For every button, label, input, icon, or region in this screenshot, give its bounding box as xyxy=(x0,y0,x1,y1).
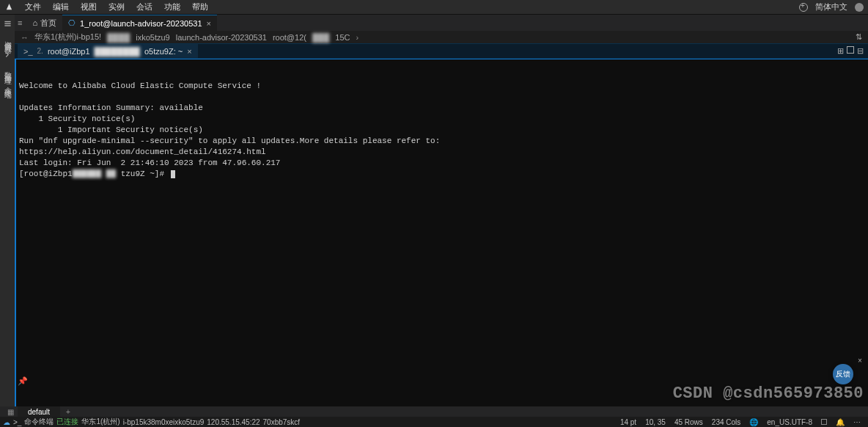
globe-icon: 🌐 xyxy=(749,418,758,426)
cursor-icon xyxy=(171,170,175,178)
pin-icon[interactable]: 📌 xyxy=(18,376,28,386)
editor-tab-bar: ≡ ⌂ 首页 ⎔ 1_root@launch-advisor-20230531 … xyxy=(15,15,868,31)
status-ip: 120.55.15.45:22 xyxy=(207,418,260,426)
top-menu-bar: 文件 编辑 视图 实例 会话 功能 帮助 简体中文 xyxy=(0,0,868,15)
status-encoding[interactable]: en_US.UTF-8 xyxy=(767,418,812,426)
svg-rect-0 xyxy=(4,21,10,21)
topbar-right: 简体中文 xyxy=(799,1,864,12)
terminal-tab-icon: ⎔ xyxy=(68,18,76,28)
inner-tab-label: root@iZbp1 xyxy=(48,47,90,56)
feedback-button[interactable]: 反馈 xyxy=(833,364,853,384)
activity-sidebar: 资源管理器 数据库管理 命令终端 xyxy=(0,15,15,406)
term-line-run: Run "dnf upgrade-minimal --security" to … xyxy=(19,136,440,145)
term-prompt-line: [root@iZbp1██████ ██ tzu9Z ~]# xyxy=(19,169,175,178)
prompt-icon: >_ xyxy=(23,47,33,56)
sidebar-item-explorer[interactable]: 资源管理器 xyxy=(2,35,12,43)
menu-view[interactable]: 视图 xyxy=(76,0,101,14)
breadcrumb-blur-2: ███ xyxy=(312,33,329,42)
term-line-last-login: Last login: Fri Jun 2 21:46:10 2023 from… xyxy=(19,158,280,167)
expand-icon[interactable] xyxy=(3,50,12,59)
bottom-tab-strip: ▦ default + xyxy=(0,406,868,417)
split-vertical-icon[interactable] xyxy=(847,46,854,54)
minimize-icon[interactable]: ⊟ xyxy=(857,46,864,56)
language-selector[interactable]: 简体中文 xyxy=(815,1,847,12)
terminal-output[interactable]: Welcome to Alibaba Cloud Elastic Compute… xyxy=(15,59,868,406)
menu-function[interactable]: 功能 xyxy=(160,0,185,14)
content-area: ≡ ⌂ 首页 ⎔ 1_root@launch-advisor-20230531 … xyxy=(15,15,868,406)
add-icon[interactable] xyxy=(799,3,808,12)
breadcrumb-region[interactable]: 华东1(杭州)i-bp15! xyxy=(34,32,101,43)
link-icon: ↔ xyxy=(21,33,29,42)
breadcrumb-host[interactable]: launch-advisor-20230531 xyxy=(176,33,267,42)
term-line-url: https://help.aliyun.com/document_detail/… xyxy=(19,147,266,156)
breadcrumb-actions: ⇅ xyxy=(856,32,862,42)
status-rows: 45 Rows xyxy=(674,418,703,426)
chevron-right-icon: › xyxy=(356,33,359,42)
home-icon: ⌂ xyxy=(32,18,37,27)
inner-tab-index: 2. xyxy=(37,47,43,55)
inner-terminal-tab-bar: >_ 2. root@iZbp1 ████████ o5tzu9Z: ~ × ⊞… xyxy=(15,44,868,59)
horizontal-list-icon[interactable]: ≡ xyxy=(18,18,22,27)
menu-bar: 文件 编辑 视图 实例 会话 功能 帮助 xyxy=(21,0,213,14)
breadcrumb-user[interactable]: root@12( xyxy=(273,33,306,42)
sidebar-item-database[interactable]: 数据库管理 xyxy=(2,66,12,73)
bottom-bar-icon[interactable]: ▦ xyxy=(3,408,18,416)
status-right-group: 14 pt 10, 35 45 Rows 234 Cols 🌐 en_US.UT… xyxy=(620,418,865,426)
status-left-group: ☁ >_ 命令终端 已连接 华东1(杭州) i-bp15k38m0xeixko5… xyxy=(3,417,300,427)
svg-rect-1 xyxy=(4,23,10,23)
status-term-label: 命令终端 xyxy=(24,417,54,427)
status-cols: 234 Cols xyxy=(712,418,740,426)
menu-edit[interactable]: 编辑 xyxy=(48,0,73,14)
term-line-imp: 1 Important Security notice(s) xyxy=(19,125,203,134)
menu-session[interactable]: 会话 xyxy=(132,0,157,14)
sidebar-item-terminal[interactable]: 命令终端 xyxy=(2,81,12,87)
term-prompt-suffix: tzu9Z ~]# xyxy=(121,169,164,178)
bottom-tab-default[interactable]: default xyxy=(18,406,60,417)
add-tab-button[interactable]: + xyxy=(60,408,76,416)
tab-terminal-session[interactable]: ⎔ 1_root@launch-advisor-20230531 × xyxy=(62,15,217,31)
more-icon[interactable]: ⋯ xyxy=(853,418,861,426)
menu-help[interactable]: 帮助 xyxy=(188,0,213,14)
breadcrumb-blur-1: ████ xyxy=(107,33,130,42)
term-prompt-prefix: [root@iZbp1 xyxy=(19,169,73,178)
inner-tab-blur: ████████ xyxy=(95,47,140,56)
terminal-status-icon[interactable]: >_ xyxy=(13,418,21,426)
status-fontsize[interactable]: 14 pt xyxy=(620,418,636,426)
status-hash: 70xbb7skcf xyxy=(263,418,301,426)
breadcrumb-bar: ↔ 华东1(杭州)i-bp15! ████ ixko5tzu9 launch-a… xyxy=(15,31,868,44)
fab-close-icon[interactable]: × xyxy=(858,356,862,367)
inner-tab-suffix: o5tzu9Z: ~ xyxy=(144,47,183,56)
bell-icon[interactable]: 🔔 xyxy=(836,418,845,426)
status-cursor: 10, 35 xyxy=(645,418,666,426)
close-icon[interactable]: × xyxy=(187,47,191,56)
term-line-welcome: Welcome to Alibaba Cloud Elastic Compute… xyxy=(19,81,261,90)
user-avatar-icon[interactable] xyxy=(855,3,864,12)
term-prompt-blur: ██████ ██ xyxy=(73,169,121,178)
tab-nav-icons: ≡ xyxy=(18,18,22,27)
sidebar-toggle-icon[interactable] xyxy=(3,19,12,28)
tab-home[interactable]: ⌂ 首页 xyxy=(26,15,62,31)
term-line-updates-header: Updates Information Summary: available xyxy=(19,103,203,112)
close-icon[interactable]: × xyxy=(207,19,211,28)
add-panel-icon[interactable]: ⊞ xyxy=(837,46,844,56)
watermark-text: CSDN @csdn565973850 xyxy=(673,388,864,399)
svg-rect-2 xyxy=(4,25,10,26)
main-area: 资源管理器 数据库管理 命令终端 ≡ ⌂ 首页 ⎔ 1_root@launch-… xyxy=(0,15,868,406)
menu-instance[interactable]: 实例 xyxy=(104,0,129,14)
feedback-label: 反馈 xyxy=(836,369,850,380)
terminal-tab-label: 1_root@launch-advisor-20230531 xyxy=(80,19,202,28)
home-tab-label: 首页 xyxy=(40,18,56,29)
app-logo-icon xyxy=(4,3,13,12)
transfer-icon[interactable]: ⇅ xyxy=(856,32,862,42)
breadcrumb-mode: 15C xyxy=(335,33,350,42)
status-instance: i-bp15k38m0xeixko5tzu9 xyxy=(123,418,205,426)
status-connection: 已连接 xyxy=(56,417,78,427)
cloud-icon[interactable]: ☁ xyxy=(3,418,10,426)
menu-file[interactable]: 文件 xyxy=(21,0,45,14)
inner-tab-right-icons: ⊞ ⊟ xyxy=(837,46,868,56)
status-bar: ☁ >_ 命令终端 已连接 华东1(杭州) i-bp15k38m0xeixko5… xyxy=(0,417,868,427)
status-square-icon[interactable] xyxy=(821,419,827,425)
term-line-sec: 1 Security notice(s) xyxy=(19,114,135,123)
inner-terminal-tab[interactable]: >_ 2. root@iZbp1 ████████ o5tzu9Z: ~ × xyxy=(18,44,198,58)
status-region: 华东1(杭州) xyxy=(81,417,119,427)
